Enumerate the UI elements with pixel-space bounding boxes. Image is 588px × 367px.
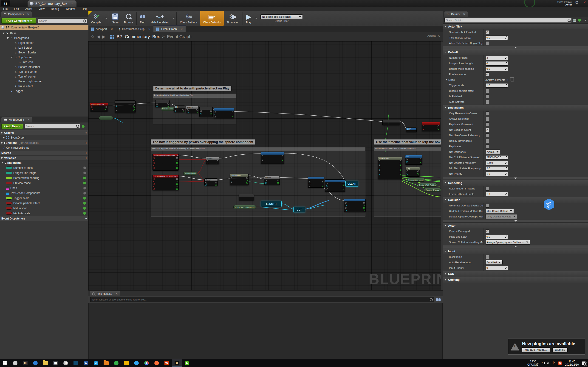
- number-input[interactable]: 2.0: [485, 166, 508, 171]
- pin-icon[interactable]: [417, 170, 419, 172]
- pin-icon[interactable]: [116, 106, 117, 108]
- pin-icon[interactable]: [216, 163, 218, 164]
- pin-icon[interactable]: [153, 186, 155, 187]
- taskbar-icon-app-green[interactable]: [111, 359, 121, 367]
- pin-icon[interactable]: [205, 182, 207, 184]
- pin-icon[interactable]: [153, 165, 155, 166]
- pin-icon[interactable]: [423, 128, 424, 130]
- branch-node[interactable]: Branch: [204, 178, 218, 186]
- tab-close-icon[interactable]: ✕: [148, 27, 150, 31]
- pin-icon[interactable]: [153, 162, 155, 164]
- collapsed-arrow-icon[interactable]: [446, 79, 447, 81]
- dropdown[interactable]: Only Update Movable: [485, 214, 517, 219]
- variable-visibility-eye-icon[interactable]: [83, 181, 86, 185]
- pin-icon[interactable]: [182, 111, 184, 112]
- variable-item[interactable]: bAutoActivate: [0, 211, 88, 216]
- section-expand-strip[interactable]: [443, 220, 588, 222]
- pin-icon[interactable]: [200, 113, 202, 115]
- tab-close-icon[interactable]: ✕: [111, 27, 113, 31]
- resize-handle-icon[interactable]: [505, 84, 507, 86]
- component-item[interactable]: ⌂Bottom left corner: [0, 65, 88, 69]
- nav-back-icon[interactable]: ◀: [97, 34, 100, 39]
- macros-section-header[interactable]: Macros+: [0, 150, 88, 155]
- resize-handle-icon[interactable]: [505, 267, 507, 269]
- checkbox[interactable]: [485, 187, 489, 191]
- pin-icon[interactable]: [176, 181, 178, 182]
- menu-item-view[interactable]: View: [35, 7, 48, 10]
- play-options-chevron[interactable]: [255, 18, 257, 19]
- pin-icon[interactable]: [379, 170, 380, 172]
- functions-section-header[interactable]: Functions (20 Overridable) +: [0, 140, 88, 145]
- pin-icon[interactable]: [176, 188, 178, 190]
- pin-icon[interactable]: [105, 106, 107, 108]
- pin-icon[interactable]: [153, 157, 155, 159]
- pin-icon[interactable]: [231, 182, 232, 184]
- pin-icon[interactable]: [277, 182, 279, 184]
- pin-icon[interactable]: [232, 116, 233, 118]
- resize-handle-icon[interactable]: [505, 62, 507, 64]
- clear-array-icon[interactable]: [510, 78, 514, 81]
- add-macro-icon[interactable]: +: [85, 151, 87, 155]
- resize-handle-icon[interactable]: [505, 68, 507, 70]
- pin-icon[interactable]: [176, 157, 178, 159]
- pin-icon[interactable]: [156, 106, 158, 107]
- find-results-close-icon[interactable]: ✕: [115, 292, 118, 295]
- property-matrix-icon[interactable]: ▦: [573, 18, 577, 23]
- pin-icon[interactable]: [176, 183, 178, 185]
- sogou-ime-icon[interactable]: S: [558, 361, 562, 365]
- pin-icon[interactable]: [400, 173, 401, 175]
- component-item[interactable]: ⌂Top Border: [0, 55, 88, 60]
- pin-icon[interactable]: [282, 160, 283, 162]
- cpu-temp-widget[interactable]: 29°CCPU温度: [527, 360, 539, 366]
- taskbar-icon-app-green-play[interactable]: ▶: [182, 359, 192, 367]
- pin-icon[interactable]: [196, 112, 198, 113]
- pin-icon[interactable]: [246, 182, 248, 184]
- section-header[interactable]: Actor Tick: [443, 24, 588, 29]
- variables-category-components[interactable]: Components: [0, 160, 88, 165]
- graph-node[interactable]: OR: [174, 106, 185, 112]
- event-node[interactable]: Event BeginPlay: [90, 103, 108, 111]
- pin-icon[interactable]: [182, 109, 184, 110]
- pin-icon[interactable]: [322, 180, 323, 182]
- favorite-star-icon[interactable]: ☆: [91, 34, 95, 39]
- pin-icon[interactable]: [215, 184, 217, 186]
- variable-visibility-eye-icon[interactable]: [83, 207, 86, 210]
- expanded-arrow-icon[interactable]: [7, 37, 9, 39]
- expanded-arrow-icon[interactable]: [445, 182, 446, 184]
- add-new-button[interactable]: + Add New: [1, 124, 23, 129]
- variable-item[interactable]: Border width padding: [0, 175, 88, 181]
- pin-icon[interactable]: [345, 210, 346, 211]
- checkbox[interactable]: [485, 41, 489, 45]
- checkbox[interactable]: [485, 94, 489, 98]
- component-item[interactable]: ⌂Background: [0, 35, 88, 40]
- resize-handle-icon[interactable]: [505, 193, 507, 195]
- pin-icon[interactable]: [207, 163, 208, 164]
- tab-viewport[interactable]: Viewport✕: [88, 26, 116, 32]
- asset-tab-close-icon[interactable]: ✕: [71, 2, 73, 5]
- graphs-section-header[interactable]: Graphs+: [0, 130, 88, 135]
- component-item[interactable]: ⌂Bottom Border: [0, 50, 88, 55]
- pin-icon[interactable]: [187, 109, 189, 111]
- array-op-node[interactable]: LENGTH: [261, 201, 282, 207]
- resize-handle-icon[interactable]: [505, 236, 507, 238]
- variable-get-node[interactable]: Preview Mode: [183, 172, 197, 175]
- pin-icon[interactable]: [232, 111, 233, 113]
- find-results-search-input[interactable]: [92, 298, 430, 301]
- pin-icon[interactable]: [153, 183, 155, 185]
- pin-icon[interactable]: [187, 112, 189, 113]
- pin-icon[interactable]: [322, 185, 323, 187]
- pin-icon[interactable]: [196, 109, 198, 111]
- notification-center-icon[interactable]: 6: [582, 361, 586, 365]
- pin-icon[interactable]: [420, 158, 421, 160]
- graph-node[interactable]: [155, 100, 170, 107]
- pin-icon[interactable]: [216, 160, 218, 162]
- comment-title-bubble[interactable]: Use the timeline float value to lerp the…: [374, 140, 441, 144]
- pin-icon[interactable]: [215, 111, 216, 113]
- variable-get-node[interactable]: [99, 116, 113, 120]
- pin-icon[interactable]: [133, 104, 135, 106]
- pin-icon[interactable]: [343, 185, 344, 187]
- pin-icon[interactable]: [379, 163, 380, 165]
- pin-icon[interactable]: [175, 111, 176, 112]
- add-dispatcher-icon[interactable]: +: [85, 217, 87, 220]
- taskbar-icon-calculator[interactable]: ▦: [51, 359, 61, 367]
